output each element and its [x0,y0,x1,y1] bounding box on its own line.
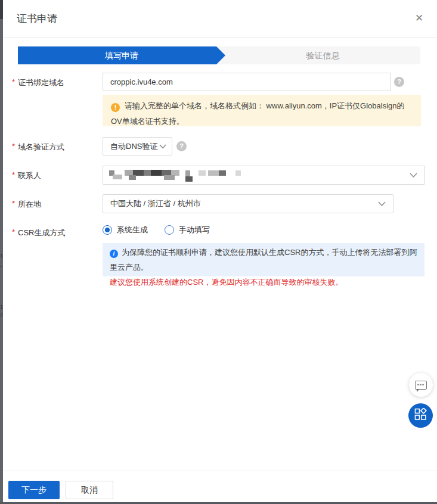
required-marker: * [12,142,15,151]
csr-radio-group: 系统生成 手动填写 [103,224,227,236]
region-label: 所在地 [18,199,41,210]
radio-selected-icon [103,225,112,235]
verify-method-select[interactable]: 自动DNS验证 [103,137,172,155]
radio-manual-fill[interactable]: 手动填写 [165,225,210,235]
radio-label: 手动填写 [179,225,210,235]
domain-alert-text: 请输入完整的单个域名，域名格式例如： www.aliyun.com，IP证书仅G… [111,101,405,126]
info-icon: i [110,250,118,258]
warning-icon: ! [111,103,120,112]
help-icon[interactable]: ? [176,141,187,151]
radio-label: 系统生成 [117,225,148,235]
feedback-chat-button[interactable]: ••• [409,373,433,397]
csr-info-line1: 为保障您的证书顺利申请，建议您使用默认生成CSR的方式，手动上传将无法部署到阿里… [110,248,417,272]
required-marker: * [12,77,15,86]
app-center-button[interactable] [408,403,433,428]
csr-info-box: i为保障您的证书顺利申请，建议您使用默认生成CSR的方式，手动上传将无法部署到阿… [103,243,424,276]
help-icon[interactable]: ? [394,77,404,87]
chat-bubble-icon: ••• [415,381,427,390]
radio-unselected-icon [165,225,174,235]
radio-system-generate[interactable]: 系统生成 [103,225,148,235]
step-fill-application[interactable]: 填写申请 [18,46,225,64]
csr-method-label: CSR生成方式 [18,228,65,238]
header-divider [3,37,437,38]
next-step-button[interactable]: 下一步 [8,481,60,499]
region-select[interactable]: 中国大陆 / 浙江省 / 杭州市 [103,194,393,213]
required-marker: * [12,170,15,179]
cancel-button[interactable]: 取消 [66,481,113,499]
csr-info-line2: 建议您使用系统创建的CSR，避免因内容不正确而导致的审核失败。 [110,275,417,290]
contact-select[interactable] [103,166,425,185]
chevron-down-icon [159,144,166,149]
contact-label: 联系人 [18,170,41,181]
required-marker: * [12,199,15,208]
page-title: 证书申请 [17,12,57,26]
domain-input[interactable] [103,73,391,91]
verify-method-label: 域名验证方式 [18,142,64,153]
redacted-contact-value [109,169,246,182]
certificate-application-dialog: 1 - 1 2 证书申请 ✕ 验证信息 填写申请 * 证书绑定域名 ? !请输入… [0,0,437,504]
dialog-footer: 下一步 取消 [3,471,437,502]
domain-field-label: 证书绑定域名 [18,77,64,88]
wizard-stepper: 验证信息 填写申请 [18,46,420,64]
chevron-down-icon [378,201,385,206]
step-verify-info[interactable]: 验证信息 [225,46,420,64]
domain-alert-box: !请输入完整的单个域名，域名格式例如： www.aliyun.com，IP证书仅… [103,95,421,126]
required-marker: * [12,228,15,237]
region-value: 中国大陆 / 浙江省 / 杭州市 [103,195,393,213]
close-icon[interactable]: ✕ [411,11,427,26]
apps-grid-icon [414,408,427,423]
chevron-down-icon [410,173,417,178]
